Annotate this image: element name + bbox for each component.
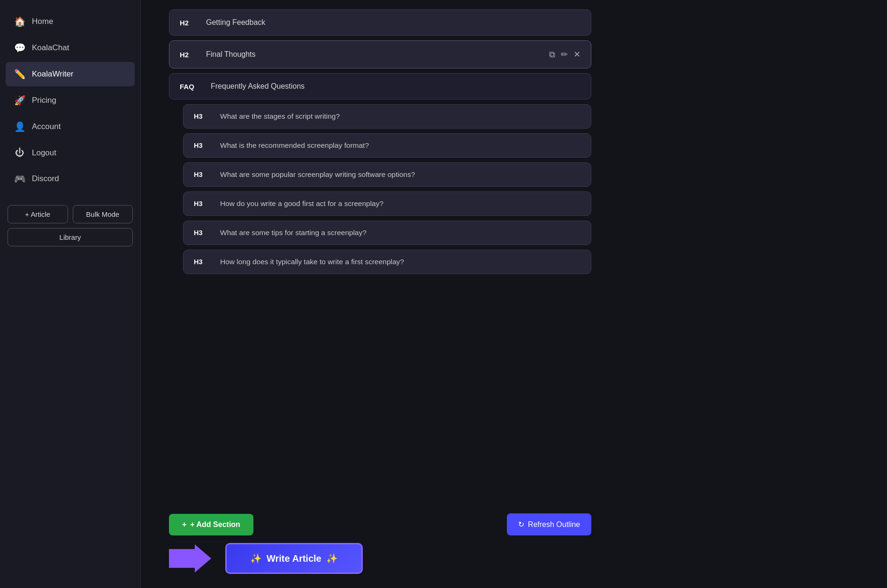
chat-icon: 💬 bbox=[14, 42, 25, 53]
copy-icon[interactable]: ⧉ bbox=[549, 50, 555, 60]
sidebar-item-home[interactable]: 🏠 Home bbox=[6, 9, 135, 34]
writer-icon: ✏️ bbox=[14, 69, 25, 80]
plus-icon: + bbox=[182, 520, 186, 529]
tag-h3: H3 bbox=[194, 113, 213, 120]
refresh-outline-button[interactable]: ↻ Refresh Outline bbox=[507, 513, 591, 535]
sidebar-item-account[interactable]: 👤 Account bbox=[6, 115, 135, 139]
item-actions: ⧉ ✏ ✕ bbox=[549, 49, 581, 60]
library-button[interactable]: Library bbox=[8, 228, 133, 246]
write-article-button[interactable]: ✨ Write Article ✨ bbox=[225, 543, 363, 574]
item-text: What is the recommended screenplay forma… bbox=[220, 141, 369, 150]
item-text: How long does it typically take to write… bbox=[220, 258, 404, 266]
outline-item-h3-2[interactable]: H3 What is the recommended screenplay fo… bbox=[183, 133, 591, 158]
sidebar-item-discord[interactable]: 🎮 Discord bbox=[6, 167, 135, 191]
sidebar-item-koalachat[interactable]: 💬 KoalaChat bbox=[6, 36, 135, 60]
outline-item-h3-1[interactable]: H3 What are the stages of script writing… bbox=[183, 104, 591, 129]
sidebar-item-label: Discord bbox=[32, 174, 59, 183]
sidebar-item-label: Account bbox=[32, 122, 61, 131]
sidebar-actions-row: + Article Bulk Mode bbox=[8, 205, 133, 223]
home-icon: 🏠 bbox=[14, 16, 25, 27]
outline-list: H2 Getting Feedback H2 Final Thoughts ⧉ … bbox=[169, 9, 591, 274]
new-article-button[interactable]: + Article bbox=[8, 205, 68, 223]
tag-faq: FAQ bbox=[180, 83, 203, 91]
sidebar-item-label: Pricing bbox=[32, 96, 56, 105]
discord-icon: 🎮 bbox=[14, 173, 25, 184]
add-section-button[interactable]: + + Add Section bbox=[169, 514, 253, 535]
sidebar: 🏠 Home 💬 KoalaChat ✏️ KoalaWriter 🚀 Pric… bbox=[0, 0, 141, 588]
item-text: Frequently Asked Questions bbox=[211, 82, 305, 91]
refresh-label: Refresh Outline bbox=[528, 520, 580, 529]
sidebar-item-logout[interactable]: ⏻ Logout bbox=[6, 141, 135, 165]
tag-h3: H3 bbox=[194, 229, 213, 237]
outline-item-h3-6[interactable]: H3 How long does it typically take to wr… bbox=[183, 250, 591, 274]
pricing-icon: 🚀 bbox=[14, 95, 25, 106]
logout-icon: ⏻ bbox=[14, 147, 25, 158]
edit-icon[interactable]: ✏ bbox=[561, 49, 568, 60]
tag-h3: H3 bbox=[194, 171, 213, 178]
bottom-row-top: + + Add Section ↻ Refresh Outline bbox=[169, 513, 591, 535]
outline-item-h3-5[interactable]: H3 What are some tips for starting a scr… bbox=[183, 221, 591, 245]
sidebar-item-label: KoalaChat bbox=[32, 43, 69, 53]
tag-h2: H2 bbox=[180, 51, 199, 59]
sidebar-actions: + Article Bulk Mode Library bbox=[0, 196, 140, 256]
refresh-icon: ↻ bbox=[518, 520, 524, 529]
sidebar-nav: 🏠 Home 💬 KoalaChat ✏️ KoalaWriter 🚀 Pric… bbox=[0, 9, 140, 191]
tag-h3: H3 bbox=[194, 258, 213, 266]
arrow-svg bbox=[169, 544, 211, 573]
add-section-label: + Add Section bbox=[190, 520, 240, 529]
item-text: What are the stages of script writing? bbox=[220, 112, 340, 121]
item-text: What are some tips for starting a screen… bbox=[220, 229, 367, 237]
bottom-bar: + + Add Section ↻ Refresh Outline ✨ Writ… bbox=[169, 504, 591, 588]
bottom-row-write: ✨ Write Article ✨ bbox=[169, 543, 591, 574]
tag-h3: H3 bbox=[194, 142, 213, 149]
outline-item-faq[interactable]: FAQ Frequently Asked Questions bbox=[169, 73, 591, 99]
item-text: Final Thoughts bbox=[206, 50, 542, 59]
item-text: How do you write a good first act for a … bbox=[220, 199, 383, 208]
outline-item-h3-4[interactable]: H3 How do you write a good first act for… bbox=[183, 191, 591, 216]
item-text: Getting Feedback bbox=[206, 18, 581, 27]
sidebar-item-pricing[interactable]: 🚀 Pricing bbox=[6, 88, 135, 113]
write-article-label: Write Article bbox=[267, 553, 321, 564]
content-area: H2 Getting Feedback H2 Final Thoughts ⧉ … bbox=[169, 0, 859, 504]
purple-arrow-icon bbox=[169, 544, 211, 573]
bulk-mode-button[interactable]: Bulk Mode bbox=[73, 205, 133, 223]
sidebar-item-label: Logout bbox=[32, 148, 56, 158]
sidebar-item-label: Home bbox=[32, 17, 53, 26]
sidebar-item-koalawriter[interactable]: ✏️ KoalaWriter bbox=[6, 62, 135, 86]
svg-marker-0 bbox=[169, 544, 211, 573]
outline-item-final-thoughts[interactable]: H2 Final Thoughts ⧉ ✏ ✕ bbox=[169, 40, 591, 69]
account-icon: 👤 bbox=[14, 121, 25, 132]
main-content: H2 Getting Feedback H2 Final Thoughts ⧉ … bbox=[141, 0, 887, 588]
sidebar-item-label: KoalaWriter bbox=[32, 69, 74, 79]
outline-item-getting-feedback[interactable]: H2 Getting Feedback bbox=[169, 9, 591, 36]
tag-h2: H2 bbox=[180, 19, 199, 27]
close-icon[interactable]: ✕ bbox=[573, 49, 581, 60]
tag-h3: H3 bbox=[194, 200, 213, 207]
outline-item-h3-3[interactable]: H3 What are some popular screenplay writ… bbox=[183, 162, 591, 187]
sparkle-right-icon: ✨ bbox=[326, 553, 338, 564]
item-text: What are some popular screenplay writing… bbox=[220, 170, 415, 179]
sparkle-left-icon: ✨ bbox=[250, 553, 262, 564]
